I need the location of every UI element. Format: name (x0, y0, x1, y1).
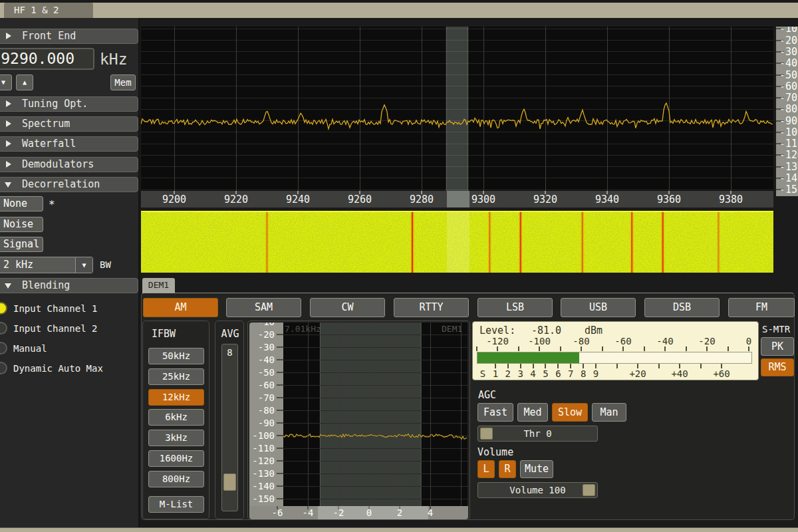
y-tick-label: -30 (779, 46, 797, 58)
ifbw-button-12khz[interactable]: 12kHz (148, 389, 204, 406)
tab-dem1[interactable]: DEM1 (142, 278, 175, 293)
x-tick-label: 9280 (398, 194, 445, 205)
avg-panel: AVG 8 (215, 321, 244, 519)
radio-dot-manual[interactable] (0, 342, 7, 354)
decorrelation-mode-button[interactable]: None (0, 196, 43, 211)
meter-scale-top-label: -40 (648, 336, 682, 346)
ifbw-button-6khz[interactable]: 6kHz (148, 409, 204, 426)
level-unit: dBm (585, 325, 602, 336)
meter-tick (583, 364, 584, 368)
section-tuning-opt[interactable]: Tuning Opt. (0, 96, 138, 112)
rms-button[interactable]: RMS (761, 358, 794, 376)
mode-button-sam[interactable]: SAM (226, 298, 301, 317)
meter-tick (706, 346, 708, 351)
y-tick-label: -110 (779, 138, 798, 150)
mode-button-lsb[interactable]: LSB (477, 298, 553, 317)
signal-button[interactable]: Signal (0, 237, 43, 252)
section-demodulators[interactable]: Demodulators (0, 157, 138, 172)
y-tick-label: -140 (249, 481, 275, 491)
x-tick-label: 9200 (151, 194, 198, 205)
y-tick-label: -120 (249, 456, 275, 466)
ifbw-button-3khz[interactable]: 3kHz (148, 430, 204, 446)
ifbw-button-800hz[interactable]: 800Hz (148, 471, 204, 487)
avg-slider-handle[interactable] (223, 473, 236, 491)
mode-button-usb[interactable]: USB (561, 298, 636, 317)
expand-arrow-icon (6, 161, 11, 168)
meter-tick (557, 364, 559, 368)
mute-button[interactable]: Mute (520, 460, 553, 478)
y-tick-mark (277, 485, 283, 487)
demod-spectrum-plot[interactable] (283, 323, 467, 506)
y-tick-label: -50 (249, 367, 275, 378)
volume-label: Volume (477, 446, 513, 458)
volume-slider[interactable]: Volume 100 (477, 482, 598, 498)
volume-slider-handle[interactable] (583, 484, 595, 496)
chevron-down-icon[interactable]: ▼ (75, 257, 92, 273)
meter-tick (476, 346, 477, 351)
radio-label: Input Channel 1 (13, 303, 97, 314)
section-spectrum[interactable]: Spectrum (0, 116, 138, 132)
meter-scale-bottom-label: 9 (579, 368, 612, 379)
noise-button[interactable]: Noise (0, 217, 43, 232)
x-tick-label: 9360 (646, 194, 692, 205)
waterfall-display[interactable] (141, 211, 773, 273)
section-label: Front End (22, 30, 76, 42)
volume-right-button[interactable]: R (499, 460, 516, 478)
mode-button-rtty[interactable]: RTTY (394, 298, 469, 317)
ifbw-button-50khz[interactable]: 50kHz (148, 348, 204, 364)
agc-button-med[interactable]: Med (517, 403, 548, 422)
pk-button[interactable]: PK (761, 337, 794, 356)
section-blending[interactable]: Blending (0, 278, 138, 293)
ifbw-button-25khz[interactable]: 25kHz (148, 368, 204, 385)
y-tick-label: -20 (249, 329, 275, 340)
ifbw-button-1600hz[interactable]: 1600Hz (148, 450, 204, 467)
agc-button-man[interactable]: Man (592, 403, 626, 422)
mem-button[interactable]: Mem (110, 74, 136, 90)
y-tick-mark (277, 384, 283, 386)
frequency-unit-label: kHz (100, 51, 128, 68)
mlist-button[interactable]: M-List (148, 496, 204, 513)
bw-dropdown[interactable]: 2 kHz ▼ (0, 257, 93, 273)
demod-y-axis: -10-20-30-40-50-60-70-80-90-100-110-120-… (249, 323, 283, 506)
radio-dot-dynamic-auto-max[interactable] (0, 362, 7, 374)
level-label: Level: (479, 325, 515, 336)
agc-threshold-slider[interactable]: Thr 0 (477, 426, 598, 442)
mode-button-dsb[interactable]: DSB (644, 298, 720, 317)
y-tick-label: -60 (249, 380, 275, 390)
radio-option-input-channel-2[interactable]: Input Channel 2 (0, 321, 140, 337)
meter-tick (686, 346, 687, 351)
radio-option-input-channel-1[interactable]: Input Channel 1 (0, 301, 140, 317)
radio-option-dynamic-auto-max[interactable]: Dynamic Auto Max (0, 361, 140, 377)
tab-hf-1-2[interactable]: HF 1 & 2 (4, 3, 93, 18)
mode-button-fm[interactable]: FM (728, 298, 795, 317)
avg-slider[interactable]: 8 (221, 344, 238, 511)
mode-button-cw[interactable]: CW (310, 298, 385, 317)
mode-button-am[interactable]: AM (143, 298, 218, 317)
meter-tick (602, 346, 603, 351)
demod-plot-panel: -10-20-30-40-50-60-70-80-90-100-110-120-… (247, 321, 470, 520)
section-front-end[interactable]: Front End (0, 29, 138, 44)
modified-marker: * (49, 198, 55, 211)
agc-threshold-handle[interactable] (480, 428, 493, 440)
bw-label: BW (100, 259, 111, 270)
y-tick-mark (277, 359, 283, 360)
y-tick-label: -10 (779, 27, 797, 35)
meter-scale-top-label: 0 (732, 336, 759, 346)
radio-dot-input-channel-2[interactable] (0, 322, 7, 334)
volume-left-button[interactable]: L (477, 460, 495, 478)
frequency-up-button[interactable]: ▲ (16, 74, 33, 90)
section-decorrelation[interactable]: Decorrelation (0, 177, 138, 192)
radio-dot-input-channel-1[interactable] (0, 302, 7, 315)
frequency-input[interactable]: 9290.000 (0, 48, 94, 70)
radio-option-manual[interactable]: Manual (0, 341, 140, 357)
section-waterfall[interactable]: Waterfall (0, 136, 138, 152)
meter-scale-top-label: -120 (481, 336, 514, 346)
frequency-down-button[interactable]: ▼ (0, 74, 12, 90)
meter-scale-bottom-label: +20 (621, 368, 654, 379)
x-tick-label: -4 (298, 507, 318, 518)
agc-button-slow[interactable]: Slow (552, 403, 588, 422)
agc-button-fast[interactable]: Fast (477, 403, 513, 422)
section-label: Blending (22, 279, 70, 291)
main-spectrum-plot[interactable] (141, 27, 773, 191)
meter-scale-top-label: -60 (606, 336, 640, 346)
